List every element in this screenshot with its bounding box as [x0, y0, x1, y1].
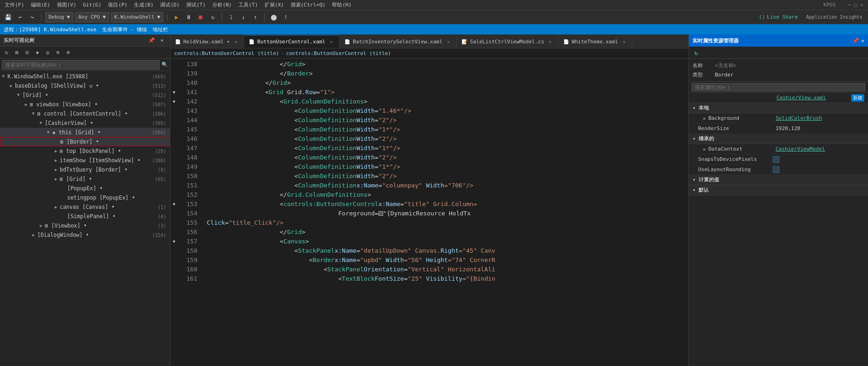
tree-item[interactable]: ▶◈ this [Grid] •(504) [0, 128, 170, 137]
status-location[interactable]: 地址栏 [153, 26, 168, 33]
tree-search-input[interactable] [2, 60, 160, 69]
tree-track-focused[interactable]: ◎ [43, 48, 52, 57]
tree-expand-arrow[interactable]: ▶ [15, 91, 22, 99]
code-line[interactable]: <ColumnDefinition Width="2"/> [207, 116, 688, 125]
tree-expand-arrow[interactable]: ▶ [52, 166, 60, 173]
property-section-header[interactable]: ▾ 继承的 [689, 134, 868, 144]
right-panel-pin[interactable]: 📌 [853, 38, 859, 44]
editor-tab[interactable]: 📄WhiteTheme.xaml✕ [559, 35, 632, 48]
tab-close-button[interactable]: ✕ [328, 39, 335, 45]
tree-settings[interactable]: ⚙ [63, 48, 73, 57]
tree-item[interactable]: ▶[DialogWindow] •(154) [0, 230, 170, 240]
menu-item-git[interactable]: Git(G) [80, 1, 105, 9]
prop-expander[interactable]: ▶ [701, 145, 708, 153]
code-line[interactable]: <Border x:Name="upbd" Width="56" Height=… [207, 256, 688, 265]
tree-expand-arrow[interactable]: ▶ [52, 157, 60, 164]
tree-expand-arrow[interactable]: ▶ [7, 82, 15, 90]
property-row[interactable]: SnapsToDevicePixels✓ [689, 154, 868, 165]
toolbar-stepinto[interactable]: ↓ [238, 12, 248, 22]
prop-value-link[interactable]: SolidColorBrush [773, 115, 868, 121]
tree-expand-arrow[interactable]: ▶ [37, 119, 45, 127]
tree-item[interactable]: ▶canvas [Canvas] •(1) [0, 202, 170, 212]
property-row[interactable]: RenderSize1920,120 [689, 124, 868, 134]
tree-item[interactable]: ▶baseDialog [ShellView] ◇ •(513) [0, 81, 170, 90]
fold-button[interactable]: ▼ [170, 237, 178, 246]
code-line[interactable]: </Grid> [207, 60, 688, 69]
tree-expand-arrow[interactable]: ▶ [52, 175, 60, 183]
code-line[interactable]: <ColumnDefinition Width="1.46*"/> [207, 106, 688, 116]
live-share-button[interactable]: ⟨⟩ Live Share [755, 14, 801, 20]
debug-config-dropdown[interactable]: Debug ▼ [45, 12, 73, 22]
tree-item[interactable]: ▶[CashierView] •(305) [0, 118, 170, 128]
tree-expand-arrow[interactable]: ▶ [45, 129, 52, 136]
tree-expand-arrow[interactable]: ▶ [52, 147, 60, 155]
prop-value-link[interactable]: CashierViewModel [773, 146, 868, 152]
property-row[interactable]: ▶DataContextCashierViewModel [689, 144, 868, 154]
code-line[interactable]: </Grid> [207, 78, 688, 88]
editor-tab[interactable]: 📄HoldView.xaml •✕ [170, 35, 244, 48]
code-line[interactable]: <TextBlock FontSize="25" Visibility="{Bi… [207, 274, 688, 283]
status-process[interactable]: 进程：[25988] K.WindowShell.exe [4, 26, 97, 33]
toolbar-stepover[interactable]: ⤵ [226, 12, 236, 22]
code-line[interactable]: Foreground="{DynamicResource HoldTx [207, 209, 688, 218]
code-line[interactable]: <ColumnDefinition Width="2"/> [207, 172, 688, 181]
toolbar-stop[interactable]: ⏹ [196, 12, 206, 22]
tab-close-button[interactable]: ✕ [621, 39, 627, 45]
left-panel-close[interactable]: ✕ [158, 36, 166, 45]
right-panel-close[interactable]: ✕ [861, 38, 864, 44]
code-line[interactable]: Click="title_Click"/> [207, 218, 688, 228]
fold-button[interactable]: ▼ [170, 97, 178, 106]
menu-item-file[interactable]: 文件(F) [2, 0, 27, 9]
right-refresh[interactable]: ↻ [692, 48, 701, 57]
tree-item[interactable]: ▶⊞ viewbox [Viewbox] •(507) [0, 100, 170, 109]
tree-expand-arrow[interactable]: ▶ [30, 231, 37, 239]
tree-expand-arrow[interactable]: ▶ [30, 110, 37, 117]
menu-item-tools[interactable]: 工具(T) [236, 0, 261, 9]
code-line[interactable]: <StackPanel Orientation="Vertical" Horiz… [207, 265, 688, 274]
tab-close-button[interactable]: ✕ [232, 39, 239, 45]
platform-dropdown[interactable]: Any CPU ▼ [75, 12, 109, 22]
tree-show-adorners[interactable]: ◈ [33, 48, 42, 57]
tree-item[interactable]: ▶⊞ control [ContentControl] •(506) [0, 109, 170, 118]
toolbar-redo[interactable]: ↪ [27, 12, 37, 22]
tree-refresh[interactable]: ↻ [2, 48, 11, 57]
property-section-header[interactable]: ▾ 计算的值 [689, 175, 868, 185]
tree-item[interactable]: ▶K.WindowShell.exe [25988](669) [0, 72, 170, 81]
tree-expand-arrow[interactable]: ▶ [37, 222, 45, 229]
editor-tab[interactable]: 📄BatchInventorySelectView.xaml✕ [340, 35, 457, 48]
toolbar-pause[interactable]: ⏸ [183, 12, 194, 22]
window-controls[interactable]: ─ □ ✕ [845, 1, 866, 9]
code-line[interactable]: <ColumnDefinition Width="1*"/> [207, 125, 688, 134]
menu-item-project[interactable]: 项目(P) [105, 0, 130, 9]
menu-item-extensions[interactable]: 扩展(X) [262, 0, 287, 9]
toolbar-stepout[interactable]: ↑ [250, 12, 260, 22]
right-search-input[interactable] [692, 83, 865, 91]
code-line[interactable]: <ColumnDefinition Width="2"/> [207, 153, 688, 162]
toolbar-undo[interactable]: ↩ [15, 12, 25, 22]
code-line[interactable]: </Border> [207, 69, 688, 78]
tree-expand-arrow[interactable]: ▶ [52, 203, 60, 211]
prop-value-check[interactable]: ✓ [773, 166, 779, 173]
toolbar-save[interactable]: 💾 [3, 12, 13, 22]
menu-item-help[interactable]: 帮助(H) [329, 0, 354, 9]
code-line[interactable]: <StackPanel x:Name="detailUpDown" Canvas… [207, 246, 688, 256]
toolbar-breakpoints[interactable]: ⬤ [268, 12, 279, 22]
tree-select-element[interactable]: ⊞ [12, 48, 21, 57]
code-line[interactable]: <Grid Grid.Row="1"> [207, 88, 688, 97]
editor-tab[interactable]: 📄ButtonUserControl.xaml✕ [244, 35, 340, 48]
tab-close-button[interactable]: ✕ [547, 39, 553, 45]
menu-item-test[interactable]: 测试(T) [183, 0, 209, 9]
new-badge[interactable]: 新建 [851, 94, 864, 102]
menu-item-view[interactable]: 视图(V) [54, 0, 79, 9]
tree-highlight-hovered[interactable]: ⊡ [22, 48, 32, 57]
code-line[interactable]: </Grid> [207, 228, 688, 237]
code-line[interactable]: <ColumnDefinition x:Name="columnpay" Wid… [207, 181, 688, 190]
tree-item[interactable]: [SimplePanel] •(4) [0, 212, 170, 221]
property-row[interactable]: ▶BackgroundSolidColorBrush [689, 113, 868, 124]
tree-item[interactable]: ▶⊞ [Viewbox] •(3) [0, 221, 170, 230]
menu-item-build[interactable]: 生成(B) [131, 0, 156, 9]
project-dropdown[interactable]: K.WindowShell ▼ [111, 12, 164, 22]
run-button[interactable]: ▶ [171, 12, 182, 22]
tree-expand-arrow[interactable]: ▶ [0, 73, 7, 80]
tree-item[interactable]: ▶itemShow [ItemShowView] •(388) [0, 156, 170, 165]
